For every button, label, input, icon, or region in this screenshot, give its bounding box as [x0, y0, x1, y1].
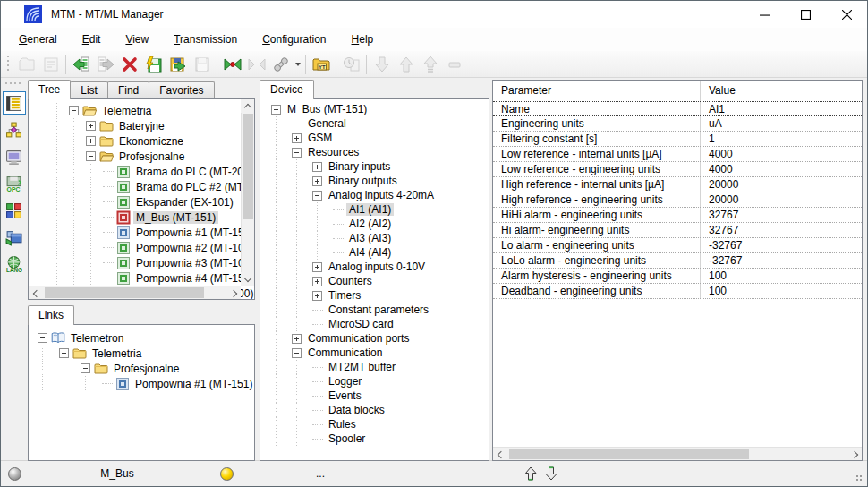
tree-item[interactable]: Counters	[260, 274, 489, 288]
tree-item[interactable]: Telemetria	[29, 346, 254, 361]
parameter-row[interactable]: Hi alarm- engineering units32767	[493, 223, 862, 238]
tree-item[interactable]: Communication ports	[260, 331, 489, 346]
maximize-button[interactable]	[785, 1, 826, 28]
parameter-value[interactable]: 32767	[700, 223, 862, 237]
expand-toggle-icon[interactable]	[312, 291, 322, 301]
tree-item[interactable]: Rules	[260, 417, 489, 431]
parameter-value[interactable]: 20000	[700, 177, 862, 192]
expand-toggle-icon[interactable]	[312, 277, 322, 286]
tree-item[interactable]: Pompownia #2 (MT-101)	[29, 240, 254, 255]
parameter-row[interactable]: Filtering constant [s]1	[493, 132, 862, 147]
tree-item[interactable]: AI3 (AI3)	[260, 231, 489, 245]
parameter-row[interactable]: Low reference - engineering units4000	[493, 162, 862, 177]
tree-item[interactable]: Timers	[260, 288, 489, 303]
toolbar-grip-icon[interactable]	[6, 56, 11, 73]
tree-item[interactable]: General	[260, 116, 489, 131]
collapse-toggle-icon[interactable]	[59, 348, 69, 358]
save-write-button[interactable]	[141, 53, 166, 76]
tree-horizontal-scrollbar[interactable]	[29, 286, 241, 299]
expand-toggle-icon[interactable]	[86, 136, 96, 146]
connect-button[interactable]	[220, 53, 244, 76]
tree-item[interactable]: Ekspander (EX-101)	[29, 194, 254, 209]
tree-item[interactable]: Bateryjne	[29, 118, 254, 133]
tree-item[interactable]: GSM	[260, 131, 489, 145]
parameter-row[interactable]: Engineering unitsuA	[493, 116, 862, 132]
sidebar-opc-button[interactable]: OPC	[3, 172, 26, 195]
parameter-value[interactable]: AI1	[700, 102, 862, 115]
sidebar-toolbox-button[interactable]	[3, 226, 26, 249]
tree-item[interactable]: Pompownia #3 (MT-102)	[29, 255, 254, 270]
parameter-row[interactable]: High reference - engineering units20000	[493, 192, 862, 208]
menu-edit[interactable]: Edit	[70, 30, 114, 49]
parameter-value[interactable]: 32767	[700, 208, 862, 222]
sidebar-monitor-button[interactable]	[3, 145, 26, 168]
parameter-row[interactable]: Low reference - internal units [µA]4000	[493, 147, 862, 162]
collapse-toggle-icon[interactable]	[312, 191, 322, 201]
collapse-toggle-icon[interactable]	[271, 105, 281, 115]
expand-toggle-icon[interactable]	[312, 176, 322, 186]
menu-transmission[interactable]: Transmission	[161, 30, 250, 49]
parameter-row[interactable]: Deadband - engineering units100	[493, 284, 862, 299]
tree-item[interactable]: Communication	[260, 346, 489, 360]
parameter-value[interactable]: 4000	[700, 162, 862, 176]
expand-toggle-icon[interactable]	[86, 121, 96, 131]
save-export-button[interactable]	[166, 53, 190, 76]
close-button[interactable]	[826, 1, 867, 28]
parameter-value[interactable]: -32767	[700, 253, 862, 268]
tree-item[interactable]: Binary outputs	[260, 174, 489, 188]
tree-item[interactable]: Profesjonalne	[29, 361, 254, 376]
sidebar-palette-button[interactable]	[3, 199, 26, 222]
tree-item[interactable]: Profesjonalne	[29, 149, 254, 164]
dial-button[interactable]	[268, 53, 293, 76]
collapse-toggle-icon[interactable]	[38, 333, 47, 343]
parameter-row[interactable]: LoLo alarm - engineering units-32767	[493, 253, 862, 269]
tree-item[interactable]: AI1 (AI1)	[260, 202, 489, 217]
tree-item[interactable]: Constant parameters	[260, 303, 489, 317]
parameter-value[interactable]: 100	[700, 284, 862, 298]
expand-toggle-icon[interactable]	[312, 162, 322, 172]
parameter-value[interactable]: 100	[700, 269, 862, 283]
tree-item[interactable]: Pompownia #4 (MT-151H	[29, 270, 254, 286]
parameter-row[interactable]: Lo alarm - engineering units-32767	[493, 238, 862, 253]
tree-item[interactable]: Logger	[260, 374, 489, 389]
tab-links[interactable]: Links	[28, 305, 74, 325]
dial-dropdown-caret-icon[interactable]	[293, 53, 302, 76]
parameter-value[interactable]: -32767	[700, 238, 862, 252]
delete-button[interactable]	[117, 53, 141, 76]
tree-item[interactable]: Brama do PLC (MT-202)	[29, 164, 254, 179]
upload-arrow-icon[interactable]	[524, 466, 537, 481]
tree-item[interactable]: Events	[260, 389, 489, 403]
tree-item[interactable]: M_Bus (MT-151)	[260, 102, 489, 116]
tree-item[interactable]: Resources	[260, 145, 489, 159]
parameter-value[interactable]: 1	[700, 132, 862, 146]
tree-item[interactable]: Ekonomiczne	[29, 133, 254, 149]
collapse-toggle-icon[interactable]	[81, 363, 90, 373]
tree-item[interactable]: Brama do PLC #2 (MT-25	[29, 179, 254, 194]
parameter-row[interactable]: NameAI1	[493, 101, 862, 116]
tab-tree[interactable]: Tree	[28, 80, 71, 99]
tree-item[interactable]: M_Bus (MT-151)	[29, 209, 254, 225]
tab-favorites[interactable]: Favorites	[149, 81, 214, 98]
parameter-row[interactable]: HiHi alarm - engineering units32767	[493, 208, 862, 223]
sidebar-language-button[interactable]: LANG	[3, 252, 26, 276]
download-arrow-icon[interactable]	[545, 466, 557, 481]
tree-item[interactable]: AI4 (AI4)	[260, 245, 489, 260]
resize-grip-icon[interactable]	[855, 474, 864, 483]
tree-item[interactable]: Analog inputs 0-10V	[260, 260, 489, 274]
collapse-toggle-icon[interactable]	[292, 348, 302, 358]
tree-item[interactable]: Spooler	[260, 431, 489, 446]
sidebar-topology-button[interactable]	[3, 118, 26, 141]
collapse-toggle-icon[interactable]	[86, 151, 96, 161]
tree-item[interactable]: Telemetria	[29, 103, 254, 118]
tree-item[interactable]: Data blocks	[260, 403, 489, 417]
tree-item[interactable]: Binary inputs	[260, 159, 489, 174]
parameter-value[interactable]: 20000	[700, 192, 862, 207]
tree-vertical-scrollbar[interactable]	[241, 99, 254, 286]
tree-item[interactable]: Pompownia #1 (MT-151)	[29, 225, 254, 240]
collapse-toggle-icon[interactable]	[292, 148, 302, 158]
tree-item[interactable]: Pompownia #1 (MT-151)	[29, 376, 254, 391]
sidebar-grip-icon[interactable]	[5, 81, 23, 86]
menu-help[interactable]: Help	[339, 30, 387, 49]
expand-toggle-icon[interactable]	[292, 334, 302, 344]
parameter-value[interactable]: uA	[700, 116, 862, 131]
